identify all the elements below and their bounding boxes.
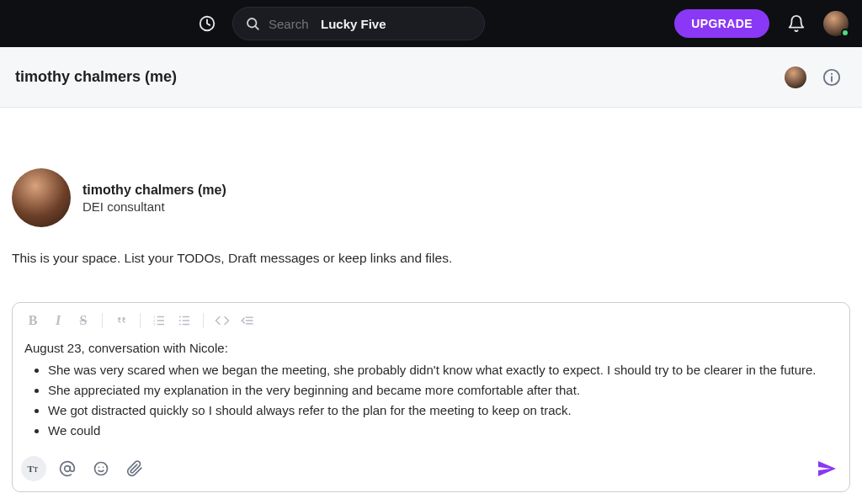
profile-block: timothy chalmers (me) DEI consultant [12,168,850,227]
profile-role: DEI consultant [82,199,226,214]
format-toggle-button[interactable]: TT [21,456,46,481]
space-description: This is your space. List your TODOs, Dra… [12,251,850,266]
svg-text:T: T [34,466,38,474]
svg-point-16 [179,320,181,321]
at-icon [59,460,76,477]
conversation-header: timothy chalmers (me) [0,47,862,108]
unordered-list-icon [177,313,192,328]
profile-name: timothy chalmers (me) [82,183,226,198]
svg-point-17 [179,324,181,326]
svg-point-5 [831,72,833,74]
codeblock-icon [240,313,255,328]
italic-button[interactable]: I [46,310,70,332]
search-field[interactable]: Lucky Five [232,7,485,40]
search-context: Lucky Five [321,17,386,31]
editor-bullet-item: She appreciated my explanation in the ve… [48,380,838,401]
bell-icon [787,14,806,33]
svg-point-15 [179,316,181,318]
attach-button[interactable] [122,456,147,481]
presence-indicator [841,29,849,37]
ordered-list-button[interactable]: 123 [147,310,171,332]
main-content: timothy chalmers (me) DEI consultant Thi… [0,108,862,266]
format-toolbar: B I S 123 [13,303,849,335]
send-icon [817,459,837,479]
user-avatar[interactable] [823,11,849,36]
composer-wrap: B I S 123 August 23, conversati [12,302,850,492]
svg-point-28 [103,467,104,469]
mention-button[interactable] [55,456,80,481]
profile-text: timothy chalmers (me) DEI consultant [82,183,226,214]
editor-bullet-item: We got distracted quickly so I should al… [48,401,838,421]
emoji-icon [93,460,109,477]
svg-line-19 [242,321,244,323]
participant-avatar[interactable] [785,66,806,88]
text-format-icon: TT [26,461,41,476]
paperclip-icon [126,460,143,477]
emoji-button[interactable] [88,456,114,481]
composer-footer: TT [13,449,849,491]
svg-line-2 [255,26,258,29]
code-icon [215,313,230,328]
editor-bullet-item: She was very scared when we began the me… [48,360,838,380]
svg-point-26 [95,463,108,475]
quote-icon [114,313,129,328]
editor-bullet-item: We could [48,421,838,441]
toolbar-divider [203,313,204,328]
message-composer: B I S 123 August 23, conversati [12,302,850,492]
code-button[interactable] [210,310,234,332]
codeblock-button[interactable] [236,310,259,332]
conversation-title: timothy chalmers (me) [15,68,177,86]
svg-text:3: 3 [153,322,156,326]
search-input[interactable] [269,17,312,31]
send-button[interactable] [812,454,841,483]
svg-point-25 [65,466,71,472]
history-button[interactable] [192,8,222,39]
quote-button[interactable] [109,310,133,332]
toolbar-divider [102,313,103,328]
toolbar-divider [140,313,141,328]
editor-bullet-list: She was very scared when we began the me… [24,360,838,441]
composer-editor[interactable]: August 23, conversation with Nicole: She… [13,335,849,449]
topbar: Lucky Five UPGRADE [0,0,862,47]
svg-point-27 [98,467,100,469]
editor-intro-line: August 23, conversation with Nicole: [24,338,838,358]
bold-button[interactable]: B [21,310,45,332]
strike-button[interactable]: S [72,310,95,332]
unordered-list-button[interactable] [173,310,196,332]
search-icon [245,16,260,31]
profile-avatar[interactable] [12,168,71,227]
ordered-list-icon: 123 [152,313,167,328]
notifications-button[interactable] [780,7,813,40]
info-button[interactable] [817,62,847,93]
upgrade-button[interactable]: UPGRADE [674,9,769,38]
info-icon [822,68,841,87]
history-icon [198,14,216,33]
